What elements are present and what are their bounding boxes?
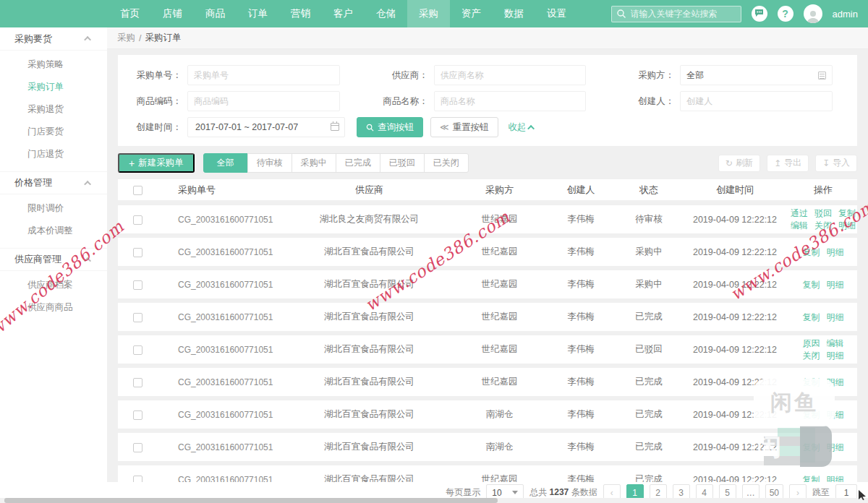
breadcrumb: 采购 / 采购订单 bbox=[107, 27, 868, 49]
table-row: CG_2003161600771051 湖北百宜食品有限公司 南湖仓 李伟梅 已… bbox=[118, 400, 857, 429]
import-button[interactable]: ↧ 导入 bbox=[815, 155, 857, 172]
sidebar-item-store-returns[interactable]: 门店退货 bbox=[0, 143, 107, 165]
tab-pending-review[interactable]: 待审核 bbox=[247, 153, 292, 173]
avatar[interactable] bbox=[804, 4, 822, 23]
action-detail[interactable]: 明细 bbox=[827, 351, 844, 361]
sidebar-item-purchase-strategy[interactable]: 采购策略 bbox=[0, 53, 107, 76]
supplier-input[interactable] bbox=[434, 65, 587, 85]
select-all-checkbox[interactable] bbox=[133, 186, 142, 195]
row-checkbox[interactable] bbox=[133, 378, 142, 387]
horizontal-scrollbar[interactable] bbox=[0, 498, 868, 503]
action-copy[interactable]: 复制 bbox=[803, 280, 820, 290]
nav-item-warehouse[interactable]: 仓储 bbox=[365, 0, 407, 27]
order-no-input[interactable] bbox=[187, 65, 340, 85]
status-badge: 已完成 bbox=[617, 311, 681, 323]
nav-item-procurement[interactable]: 采购 bbox=[407, 0, 450, 27]
sidebar-item-purchase-orders[interactable]: 采购订单 bbox=[0, 76, 107, 98]
action-detail[interactable]: 明细 bbox=[838, 220, 856, 231]
sidebar-group-purchase-request[interactable]: 采购要货 bbox=[0, 27, 107, 51]
sidebar-item-store-request[interactable]: 门店要货 bbox=[0, 121, 107, 143]
cell-created: 2019-04-09 12:22:12 bbox=[681, 345, 789, 355]
breadcrumb-current: 采购订单 bbox=[145, 32, 181, 44]
mouse-cursor-icon bbox=[858, 490, 867, 503]
row-checkbox[interactable] bbox=[133, 443, 142, 452]
status-tabs: 全部 待审核 采购中 已完成 已驳回 已关闭 bbox=[203, 153, 469, 173]
scrollbar-thumb[interactable] bbox=[4, 498, 498, 503]
cell-creator: 李伟梅 bbox=[545, 278, 617, 291]
nav-item-assets[interactable]: 资产 bbox=[450, 0, 493, 27]
action-reject[interactable]: 驳回 bbox=[814, 208, 832, 218]
nav-item-marketing[interactable]: 营销 bbox=[279, 0, 322, 27]
collapse-link[interactable]: 收起 bbox=[509, 121, 535, 134]
help-button[interactable]: ? bbox=[778, 6, 793, 22]
message-button[interactable] bbox=[752, 6, 767, 22]
action-detail[interactable]: 明细 bbox=[827, 280, 844, 290]
row-checkbox[interactable] bbox=[133, 280, 142, 290]
buyer-select[interactable]: 全部 bbox=[680, 65, 833, 85]
refresh-icon: ↻ bbox=[726, 158, 733, 168]
action-close[interactable]: 关闭 bbox=[814, 220, 832, 231]
nav-item-data[interactable]: 数据 bbox=[493, 0, 535, 27]
query-button[interactable]: 查询按钮 bbox=[357, 117, 423, 137]
sidebar-group-price-management[interactable]: 价格管理 bbox=[0, 171, 107, 194]
product-name-input[interactable] bbox=[434, 91, 587, 111]
collapse-label: 收起 bbox=[509, 121, 527, 134]
nav-item-settings[interactable]: 设置 bbox=[535, 0, 578, 27]
row-checkbox[interactable] bbox=[133, 215, 142, 225]
action-close[interactable]: 关闭 bbox=[803, 351, 820, 361]
sidebar-item-purchase-returns[interactable]: 采购退货 bbox=[0, 98, 107, 121]
action-copy[interactable]: 复制 bbox=[838, 208, 856, 218]
export-button[interactable]: ↥ 导出 bbox=[767, 155, 809, 172]
action-reason[interactable]: 原因 bbox=[803, 338, 820, 348]
nav-item-orders[interactable]: 订单 bbox=[237, 0, 279, 27]
creator-input[interactable] bbox=[680, 91, 833, 111]
row-checkbox[interactable] bbox=[133, 313, 142, 322]
date-range-input[interactable] bbox=[187, 117, 345, 137]
row-checkbox[interactable] bbox=[133, 410, 142, 420]
supplier-label: 供应商： bbox=[365, 69, 434, 82]
nav-item-goods[interactable]: 商品 bbox=[194, 0, 237, 27]
nav-item-customers[interactable]: 客户 bbox=[322, 0, 365, 27]
nav-item-shop[interactable]: 店铺 bbox=[151, 0, 194, 27]
sidebar-item-limited-price[interactable]: 限时调价 bbox=[0, 197, 107, 220]
tab-rejected[interactable]: 已驳回 bbox=[380, 153, 425, 173]
xianyu-watermark-badge: 闲鱼 bbox=[754, 379, 835, 426]
search-input[interactable] bbox=[611, 6, 741, 22]
action-approve[interactable]: 通过 bbox=[791, 208, 808, 218]
calendar-icon bbox=[331, 123, 339, 131]
action-edit[interactable]: 编辑 bbox=[791, 220, 808, 231]
date-range-field bbox=[187, 117, 345, 137]
chevron-up-icon bbox=[527, 124, 535, 132]
new-purchase-order-button[interactable]: + 新建采购单 bbox=[118, 153, 195, 173]
tab-purchasing[interactable]: 采购中 bbox=[292, 153, 336, 173]
col-supplier: 供应商 bbox=[284, 184, 454, 197]
table-row: CG_2003161600771051 湖北百宜食品有限公司 南湖仓 李伟梅 已… bbox=[118, 433, 857, 461]
sidebar-item-supplier-goods[interactable]: 供应商商品 bbox=[0, 296, 107, 319]
action-detail[interactable]: 明细 bbox=[827, 247, 844, 257]
buyer-label: 采购方： bbox=[610, 69, 680, 82]
breadcrumb-section[interactable]: 采购 bbox=[117, 32, 135, 44]
plus-icon: + bbox=[129, 158, 135, 169]
sidebar-item-supplier-files[interactable]: 供应商档案 bbox=[0, 274, 107, 296]
cell-creator: 李伟梅 bbox=[545, 376, 617, 388]
action-copy[interactable]: 复制 bbox=[803, 247, 820, 257]
creator-label: 创建人： bbox=[610, 95, 680, 108]
sidebar-item-cost-adjustment[interactable]: 成本价调整 bbox=[0, 220, 107, 242]
nav-item-home[interactable]: 首页 bbox=[109, 0, 151, 27]
tab-closed[interactable]: 已关闭 bbox=[424, 153, 469, 173]
person-icon bbox=[806, 9, 820, 23]
refresh-button[interactable]: ↻ 刷新 bbox=[718, 155, 760, 172]
tab-all[interactable]: 全部 bbox=[203, 153, 248, 173]
row-checkbox[interactable] bbox=[133, 345, 142, 355]
tab-completed[interactable]: 已完成 bbox=[336, 153, 380, 173]
reset-button[interactable]: ≪ 重置按钮 bbox=[430, 117, 498, 137]
action-edit[interactable]: 编辑 bbox=[827, 338, 844, 348]
col-order-no: 采购单号 bbox=[158, 184, 284, 197]
sku-input[interactable] bbox=[187, 91, 340, 111]
row-actions: 复制 明细 bbox=[803, 312, 844, 322]
action-copy[interactable]: 复制 bbox=[803, 312, 820, 322]
action-detail[interactable]: 明细 bbox=[827, 312, 844, 322]
row-checkbox[interactable] bbox=[133, 248, 142, 257]
sidebar-group-supplier-management[interactable]: 供应商管理 bbox=[0, 248, 107, 271]
cell-buyer: 世纪嘉园 bbox=[454, 246, 545, 258]
